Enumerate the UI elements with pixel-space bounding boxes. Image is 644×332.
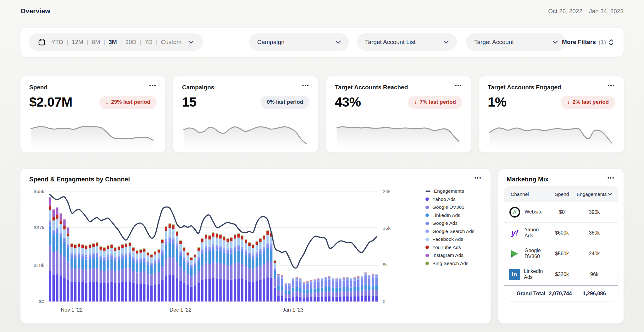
sort-vertical-icon — [609, 39, 613, 46]
channel-name: Google DV360 — [525, 248, 548, 259]
column-header-engagements-sort[interactable]: Engagements — [575, 191, 613, 197]
legend-label: Google DV360 — [432, 204, 464, 210]
channel-name: LinkedIn Ads — [524, 268, 548, 280]
grand-total-label: Grand Total — [509, 290, 545, 296]
kpi-value: $2.07M — [29, 95, 72, 110]
dropdown-label: Campaign — [257, 39, 285, 46]
linkedin-icon: in — [509, 269, 520, 280]
badge-text: 7% last period — [420, 99, 456, 105]
mix-row-google-dv360: Google DV360$560k240k — [504, 243, 618, 264]
badge-text: 2% last period — [573, 99, 609, 105]
card-menu-icon[interactable]: ••• — [608, 84, 615, 87]
legend-item-yahoo-ads[interactable]: Yahoo Ads — [425, 196, 475, 202]
separator: | — [156, 39, 158, 46]
svg-text:8k: 8k — [383, 262, 388, 267]
card-menu-icon[interactable]: ••• — [475, 176, 482, 180]
chevron-down-icon — [188, 41, 194, 44]
legend-item-youtube-ads[interactable]: YouTube Ads — [425, 245, 475, 250]
marketing-mix-panel: Marketing Mix ••• ChannelSpendEngagement… — [498, 169, 624, 324]
legend-item-facebook-ads[interactable]: Facebook Ads — [425, 236, 475, 242]
kpi-change-badge: 0% last period — [261, 96, 309, 109]
legend-dot-swatch — [425, 238, 429, 241]
yahoo-icon: y! — [509, 227, 521, 239]
legend-item-bing-search-ads[interactable]: Bing Search Ads — [425, 261, 475, 266]
date-period-picker[interactable]: YTD|12M|6M|3M|30D|7D|Custom — [29, 33, 203, 51]
svg-text:$0: $0 — [39, 299, 45, 304]
legend-item-google-dv360[interactable]: Google DV360 — [425, 204, 475, 210]
more-filters-button[interactable]: More Filters (1) — [562, 28, 613, 57]
chevron-down-icon — [336, 41, 341, 44]
x-axis-label: Jan 1 ’23 — [282, 307, 303, 313]
kpi-value: 1% — [488, 95, 507, 110]
more-filters-label: More Filters — [562, 39, 596, 46]
legend-item-linkedin-ads[interactable]: LinkedIn Ads — [425, 213, 475, 218]
legend-label: Facebook Ads — [432, 236, 463, 242]
column-header-label: Engagements — [577, 191, 607, 197]
svg-text:$55k: $55k — [34, 189, 44, 194]
kpi-card-target-accounts-engaged: Target Accounts Engaged•••1%↓2% last per… — [479, 76, 624, 152]
mix-row-website: //Website$0390k — [504, 202, 618, 223]
separator: | — [120, 39, 122, 46]
period-option-12m[interactable]: 12M — [72, 39, 83, 46]
channel-spend: $600k — [548, 230, 575, 236]
legend-item-instagram-ads[interactable]: Instagram Ads — [425, 252, 475, 258]
chevron-down-icon — [443, 41, 449, 44]
legend-item-engagements[interactable]: Engagements — [425, 188, 475, 194]
channel-name: Website — [525, 209, 543, 215]
column-header-spend: Spend — [548, 191, 575, 197]
kpi-sparkline — [334, 117, 461, 148]
separator: | — [87, 39, 88, 46]
chevron-down-icon — [552, 41, 558, 44]
legend-item-google-search-ads[interactable]: Google Search Ads — [425, 229, 475, 234]
period-option-6m[interactable]: 6M — [92, 39, 100, 46]
arrow-down-icon: ↓ — [567, 99, 570, 106]
filter-bar: YTD|12M|6M|3M|30D|7D|Custom CampaignTarg… — [20, 28, 624, 57]
chevron-down-icon — [608, 193, 612, 196]
svg-text:$37k: $37k — [34, 225, 44, 230]
period-option-ytd[interactable]: YTD — [51, 39, 63, 46]
legend-label: Yahoo Ads — [432, 196, 456, 202]
mix-row-linkedin-ads: inLinkedIn Ads$320k96k — [504, 264, 618, 285]
mix-table-header: ChannelSpendEngagements — [504, 187, 618, 202]
card-menu-icon[interactable]: ••• — [455, 84, 462, 87]
card-menu-icon[interactable]: ••• — [608, 176, 615, 180]
legend-dot-swatch — [425, 262, 429, 265]
kpi-title: Target Accounts Reached — [335, 84, 408, 91]
mix-row-yahoo-ads: y!Yahoo Ads$600k360k — [504, 223, 618, 243]
kpi-value: 15 — [182, 95, 197, 110]
filter-dropdown-campaign[interactable]: Campaign — [249, 33, 349, 51]
separator: | — [103, 39, 105, 46]
channel-engagements: 390k — [575, 209, 613, 215]
svg-text:$18k: $18k — [34, 263, 44, 268]
card-menu-icon[interactable]: ••• — [302, 84, 309, 87]
chart-title: Spend & Engagments by Channel — [29, 176, 130, 183]
kpi-sparkline — [487, 117, 614, 148]
legend-item-google-ads[interactable]: Google Ads — [425, 220, 475, 226]
separator: | — [140, 39, 141, 46]
marketing-mix-table: ChannelSpendEngagements//Website$0390ky!… — [504, 186, 618, 302]
channel-engagements: 360k — [575, 230, 613, 236]
period-option-3m[interactable]: 3M — [108, 39, 117, 46]
legend-dot-swatch — [425, 230, 429, 233]
legend-label: Engagements — [434, 188, 464, 194]
filter-dropdown-target-account-list[interactable]: Target Account List — [357, 33, 457, 51]
legend-dot-swatch — [425, 222, 429, 225]
x-axis-label: Dec 1 ’22 — [169, 307, 192, 313]
dropdown-label: Target Account — [474, 39, 514, 46]
filter-dropdown-target-account[interactable]: Target Account — [466, 33, 566, 51]
more-filters-count: (1) — [599, 39, 606, 46]
period-option-7d[interactable]: 7D — [145, 39, 152, 46]
dropdown-label: Target Account List — [365, 39, 416, 46]
period-option-custom[interactable]: Custom — [161, 39, 181, 46]
svg-text:16k: 16k — [383, 225, 391, 231]
channel-name: Yahoo Ads — [525, 227, 548, 239]
channel-spend: $560k — [548, 251, 575, 257]
kpi-card-spend: Spend•••$2.07M↓29% last period — [20, 76, 165, 152]
card-menu-icon[interactable]: ••• — [149, 84, 157, 87]
legend-line-swatch — [425, 191, 430, 192]
period-option-30d[interactable]: 30D — [125, 39, 136, 46]
page-title: Overview — [20, 7, 50, 15]
period-options: YTD|12M|6M|3M|30D|7D|Custom — [51, 39, 181, 46]
channel-spend: $320k — [548, 272, 575, 277]
kpi-sparkline — [181, 117, 308, 148]
